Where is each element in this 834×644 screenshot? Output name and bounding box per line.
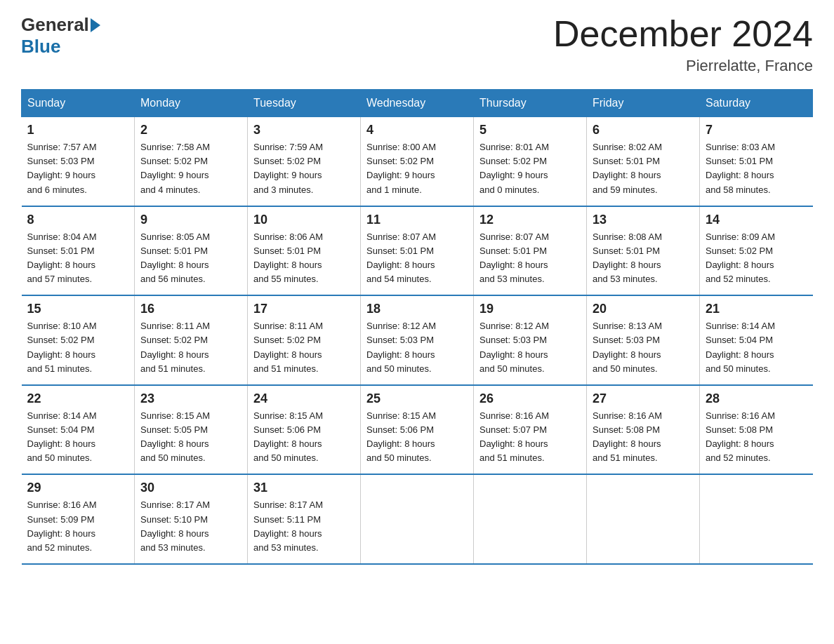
day-number: 17 xyxy=(253,302,355,316)
day-info: Sunrise: 8:05 AMSunset: 5:01 PMDaylight:… xyxy=(140,230,241,287)
calendar-cell xyxy=(361,474,474,564)
day-info: Sunrise: 8:16 AMSunset: 5:09 PMDaylight:… xyxy=(27,498,129,555)
day-number: 30 xyxy=(140,481,241,495)
day-number: 13 xyxy=(593,213,694,227)
calendar-header-row: SundayMondayTuesdayWednesdayThursdayFrid… xyxy=(22,90,813,117)
calendar-cell: 6Sunrise: 8:02 AMSunset: 5:01 PMDaylight… xyxy=(587,117,700,206)
calendar-week-row: 1Sunrise: 7:57 AMSunset: 5:03 PMDaylight… xyxy=(22,117,813,206)
day-info: Sunrise: 8:14 AMSunset: 5:04 PMDaylight:… xyxy=(27,409,129,466)
day-info: Sunrise: 8:09 AMSunset: 5:02 PMDaylight:… xyxy=(706,230,807,287)
day-info: Sunrise: 8:00 AMSunset: 5:02 PMDaylight:… xyxy=(366,140,468,197)
calendar-cell: 12Sunrise: 8:07 AMSunset: 5:01 PMDayligh… xyxy=(474,206,587,296)
day-number: 24 xyxy=(253,391,355,406)
day-number: 10 xyxy=(253,213,355,227)
day-number: 28 xyxy=(706,391,807,406)
calendar-cell: 21Sunrise: 8:14 AMSunset: 5:04 PMDayligh… xyxy=(700,295,813,385)
header: General Blue December 2024 Pierrelatte, … xyxy=(21,14,813,75)
calendar-cell: 29Sunrise: 8:16 AMSunset: 5:09 PMDayligh… xyxy=(22,474,135,564)
header-thursday: Thursday xyxy=(474,90,587,117)
calendar-table: SundayMondayTuesdayWednesdayThursdayFrid… xyxy=(21,89,813,565)
day-number: 29 xyxy=(27,481,129,495)
day-number: 26 xyxy=(479,391,581,406)
calendar-cell xyxy=(587,474,700,564)
calendar-cell: 9Sunrise: 8:05 AMSunset: 5:01 PMDaylight… xyxy=(135,206,248,296)
day-number: 5 xyxy=(479,123,581,137)
calendar-week-row: 8Sunrise: 8:04 AMSunset: 5:01 PMDaylight… xyxy=(22,206,813,296)
day-number: 21 xyxy=(706,302,807,316)
calendar-cell: 3Sunrise: 7:59 AMSunset: 5:02 PMDaylight… xyxy=(248,117,361,206)
day-number: 14 xyxy=(706,213,807,227)
day-number: 3 xyxy=(253,123,355,137)
calendar-cell: 24Sunrise: 8:15 AMSunset: 5:06 PMDayligh… xyxy=(248,385,361,475)
calendar-cell: 23Sunrise: 8:15 AMSunset: 5:05 PMDayligh… xyxy=(135,385,248,475)
calendar-cell: 28Sunrise: 8:16 AMSunset: 5:08 PMDayligh… xyxy=(700,385,813,475)
day-info: Sunrise: 8:12 AMSunset: 5:03 PMDaylight:… xyxy=(479,319,581,376)
calendar-cell: 16Sunrise: 8:11 AMSunset: 5:02 PMDayligh… xyxy=(135,295,248,385)
day-number: 2 xyxy=(140,123,241,137)
calendar-week-row: 29Sunrise: 8:16 AMSunset: 5:09 PMDayligh… xyxy=(22,474,813,564)
calendar-cell: 4Sunrise: 8:00 AMSunset: 5:02 PMDaylight… xyxy=(361,117,474,206)
day-info: Sunrise: 7:59 AMSunset: 5:02 PMDaylight:… xyxy=(253,140,355,197)
header-saturday: Saturday xyxy=(700,90,813,117)
day-number: 11 xyxy=(366,213,468,227)
header-wednesday: Wednesday xyxy=(361,90,474,117)
day-info: Sunrise: 7:57 AMSunset: 5:03 PMDaylight:… xyxy=(27,140,129,197)
day-info: Sunrise: 8:06 AMSunset: 5:01 PMDaylight:… xyxy=(253,230,355,287)
day-number: 6 xyxy=(593,123,694,137)
calendar-week-row: 15Sunrise: 8:10 AMSunset: 5:02 PMDayligh… xyxy=(22,295,813,385)
title-section: December 2024 Pierrelatte, France xyxy=(553,14,813,75)
calendar-cell: 11Sunrise: 8:07 AMSunset: 5:01 PMDayligh… xyxy=(361,206,474,296)
calendar-cell: 27Sunrise: 8:16 AMSunset: 5:08 PMDayligh… xyxy=(587,385,700,475)
calendar-cell: 14Sunrise: 8:09 AMSunset: 5:02 PMDayligh… xyxy=(700,206,813,296)
day-info: Sunrise: 8:17 AMSunset: 5:11 PMDaylight:… xyxy=(253,498,355,555)
day-number: 8 xyxy=(27,213,129,227)
day-number: 18 xyxy=(366,302,468,316)
logo-general-text: General xyxy=(21,14,89,36)
calendar-cell: 18Sunrise: 8:12 AMSunset: 5:03 PMDayligh… xyxy=(361,295,474,385)
header-monday: Monday xyxy=(135,90,248,117)
day-info: Sunrise: 8:04 AMSunset: 5:01 PMDaylight:… xyxy=(27,230,129,287)
day-number: 16 xyxy=(140,302,241,316)
calendar-cell xyxy=(474,474,587,564)
day-number: 22 xyxy=(27,391,129,406)
day-info: Sunrise: 8:07 AMSunset: 5:01 PMDaylight:… xyxy=(479,230,581,287)
day-number: 15 xyxy=(27,302,129,316)
calendar-week-row: 22Sunrise: 8:14 AMSunset: 5:04 PMDayligh… xyxy=(22,385,813,475)
day-info: Sunrise: 8:02 AMSunset: 5:01 PMDaylight:… xyxy=(593,140,694,197)
calendar-cell: 5Sunrise: 8:01 AMSunset: 5:02 PMDaylight… xyxy=(474,117,587,206)
day-number: 19 xyxy=(479,302,581,316)
header-tuesday: Tuesday xyxy=(248,90,361,117)
day-number: 27 xyxy=(593,391,694,406)
day-info: Sunrise: 8:16 AMSunset: 5:08 PMDaylight:… xyxy=(706,409,807,466)
day-info: Sunrise: 8:01 AMSunset: 5:02 PMDaylight:… xyxy=(479,140,581,197)
calendar-cell: 19Sunrise: 8:12 AMSunset: 5:03 PMDayligh… xyxy=(474,295,587,385)
day-info: Sunrise: 8:10 AMSunset: 5:02 PMDaylight:… xyxy=(27,319,129,376)
day-info: Sunrise: 8:14 AMSunset: 5:04 PMDaylight:… xyxy=(706,319,807,376)
day-info: Sunrise: 8:08 AMSunset: 5:01 PMDaylight:… xyxy=(593,230,694,287)
day-info: Sunrise: 8:03 AMSunset: 5:01 PMDaylight:… xyxy=(706,140,807,197)
calendar-cell: 31Sunrise: 8:17 AMSunset: 5:11 PMDayligh… xyxy=(248,474,361,564)
calendar-cell: 22Sunrise: 8:14 AMSunset: 5:04 PMDayligh… xyxy=(22,385,135,475)
day-info: Sunrise: 8:11 AMSunset: 5:02 PMDaylight:… xyxy=(140,319,241,376)
calendar-cell: 25Sunrise: 8:15 AMSunset: 5:06 PMDayligh… xyxy=(361,385,474,475)
day-info: Sunrise: 8:17 AMSunset: 5:10 PMDaylight:… xyxy=(140,498,241,555)
day-number: 23 xyxy=(140,391,241,406)
calendar-cell: 10Sunrise: 8:06 AMSunset: 5:01 PMDayligh… xyxy=(248,206,361,296)
month-title: December 2024 xyxy=(553,14,813,54)
calendar-cell: 26Sunrise: 8:16 AMSunset: 5:07 PMDayligh… xyxy=(474,385,587,475)
calendar-cell: 30Sunrise: 8:17 AMSunset: 5:10 PMDayligh… xyxy=(135,474,248,564)
day-number: 12 xyxy=(479,213,581,227)
day-number: 7 xyxy=(706,123,807,137)
day-number: 20 xyxy=(593,302,694,316)
location: Pierrelatte, France xyxy=(553,57,813,75)
day-number: 4 xyxy=(366,123,468,137)
calendar-cell xyxy=(700,474,813,564)
day-number: 1 xyxy=(27,123,129,137)
calendar-cell: 1Sunrise: 7:57 AMSunset: 5:03 PMDaylight… xyxy=(22,117,135,206)
day-info: Sunrise: 8:15 AMSunset: 5:06 PMDaylight:… xyxy=(366,409,468,466)
day-number: 25 xyxy=(366,391,468,406)
calendar-cell: 7Sunrise: 8:03 AMSunset: 5:01 PMDaylight… xyxy=(700,117,813,206)
day-info: Sunrise: 8:11 AMSunset: 5:02 PMDaylight:… xyxy=(253,319,355,376)
day-info: Sunrise: 8:13 AMSunset: 5:03 PMDaylight:… xyxy=(593,319,694,376)
day-number: 31 xyxy=(253,481,355,495)
